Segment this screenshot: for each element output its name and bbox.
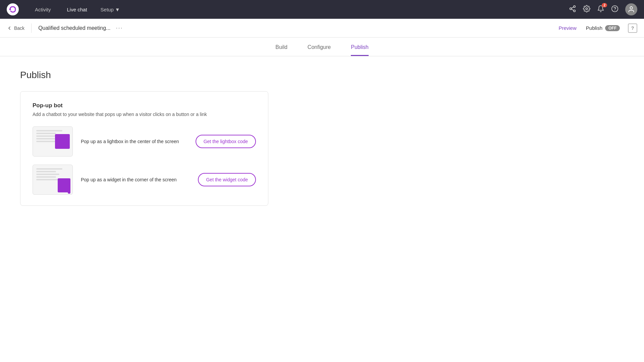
- more-options-button[interactable]: ···: [116, 24, 123, 32]
- avatar[interactable]: [625, 3, 637, 15]
- logo[interactable]: [7, 3, 19, 15]
- subheader-divider: [31, 23, 32, 33]
- tab-configure[interactable]: Configure: [308, 44, 331, 56]
- nav-activity[interactable]: Activity: [32, 5, 54, 14]
- preview-button[interactable]: Preview: [554, 23, 580, 33]
- main-content: Publish Pop-up bot Add a chatbot to your…: [0, 56, 644, 219]
- section-title: Pop-up bot: [33, 102, 256, 109]
- publish-toggle[interactable]: Publish OFF: [586, 25, 620, 31]
- publish-toggle-switch[interactable]: OFF: [605, 25, 620, 31]
- section-desc: Add a chatbot to your website that pops …: [33, 112, 256, 117]
- get-widget-code-button[interactable]: Get the widget code: [198, 173, 256, 186]
- top-navigation: Activity Live chat Setup ▼ 2: [0, 0, 644, 19]
- get-lightbox-code-button[interactable]: Get the lightbox code: [196, 135, 256, 148]
- settings-icon[interactable]: [583, 5, 590, 14]
- notifications-icon[interactable]: 2: [597, 5, 604, 14]
- widget-block-icon: [58, 178, 70, 192]
- svg-line-5: [572, 9, 574, 10]
- widget-description: Pop up as a widget in the corner of the …: [81, 176, 190, 183]
- share-icon[interactable]: [569, 5, 576, 14]
- svg-point-7: [586, 8, 588, 10]
- svg-point-10: [630, 7, 632, 9]
- back-button[interactable]: Back: [7, 25, 24, 31]
- tab-build[interactable]: Build: [275, 44, 287, 56]
- lightbox-block-icon: [55, 134, 70, 149]
- subheader-help-icon[interactable]: ?: [628, 23, 637, 33]
- page-title: Qualified scheduled meeting...: [38, 25, 110, 31]
- lightbox-description: Pop up as a lightbox in the center of th…: [81, 138, 187, 145]
- lightbox-thumbnail: [33, 126, 73, 157]
- widget-dot-icon: [68, 191, 70, 194]
- nav-livechat[interactable]: Live chat: [64, 5, 90, 14]
- tab-publish[interactable]: Publish: [351, 44, 368, 56]
- notification-badge: 2: [602, 3, 607, 7]
- nav-setup[interactable]: Setup ▼: [101, 7, 120, 12]
- svg-point-1: [9, 9, 11, 10]
- svg-line-6: [572, 7, 574, 8]
- widget-option-row: Pop up as a widget in the corner of the …: [33, 165, 256, 195]
- nav-icons: 2: [569, 3, 637, 15]
- subheader: Back Qualified scheduled meeting... ··· …: [0, 19, 644, 38]
- widget-thumbnail: [33, 165, 73, 195]
- publish-heading: Publish: [20, 70, 624, 80]
- svg-point-0: [7, 3, 19, 15]
- help-icon[interactable]: [611, 5, 619, 14]
- tabs-bar: Build Configure Publish: [0, 38, 644, 56]
- popup-bot-card: Pop-up bot Add a chatbot to your website…: [20, 91, 268, 206]
- lightbox-option-row: Pop up as a lightbox in the center of th…: [33, 126, 256, 157]
